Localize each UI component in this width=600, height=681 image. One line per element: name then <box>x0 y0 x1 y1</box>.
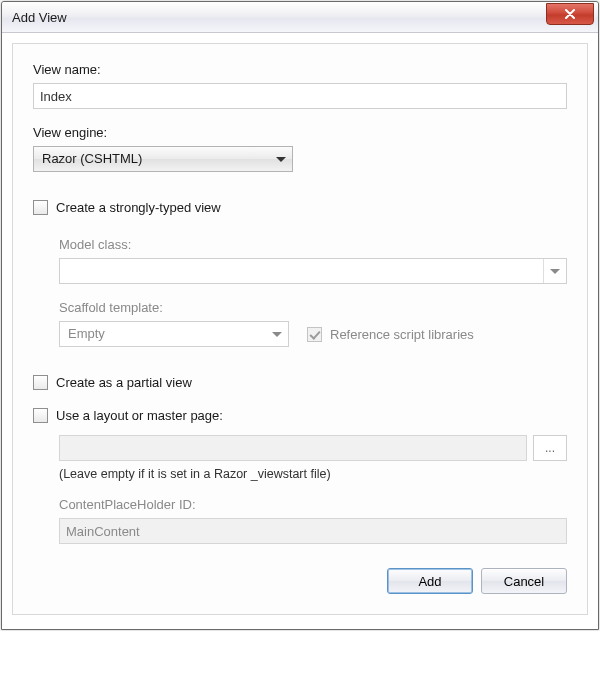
partial-view-row[interactable]: Create as a partial view <box>33 375 567 390</box>
model-class-label: Model class: <box>59 237 567 252</box>
reference-script-label: Reference script libraries <box>330 327 474 342</box>
chevron-down-icon <box>266 322 288 346</box>
dialog-body: View name: View engine: Razor (CSHTML) C… <box>2 33 598 629</box>
model-class-select <box>59 258 567 284</box>
strongly-typed-label: Create a strongly-typed view <box>56 200 221 215</box>
layout-path-input <box>59 435 527 461</box>
view-name-label: View name: <box>33 62 567 77</box>
view-name-input[interactable] <box>33 83 567 109</box>
strongly-typed-row[interactable]: Create a strongly-typed view <box>33 200 567 215</box>
content-panel: View name: View engine: Razor (CSHTML) C… <box>12 43 588 615</box>
use-layout-checkbox[interactable] <box>33 408 48 423</box>
add-button[interactable]: Add <box>387 568 473 594</box>
view-engine-select[interactable]: Razor (CSHTML) <box>33 146 293 172</box>
chevron-down-icon <box>270 147 292 171</box>
model-class-value <box>60 259 543 283</box>
view-engine-label: View engine: <box>33 125 567 140</box>
reference-script-checkbox <box>307 327 322 342</box>
use-layout-label: Use a layout or master page: <box>56 408 223 423</box>
scaffold-template-value: Empty <box>60 322 266 346</box>
scaffold-template-select: Empty <box>59 321 289 347</box>
window-title: Add View <box>12 10 546 25</box>
use-layout-row[interactable]: Use a layout or master page: <box>33 408 567 423</box>
dialog-footer: Add Cancel <box>33 568 567 594</box>
view-engine-value: Razor (CSHTML) <box>34 147 270 171</box>
titlebar: Add View <box>2 2 598 33</box>
cancel-button[interactable]: Cancel <box>481 568 567 594</box>
content-placeholder-input <box>59 518 567 544</box>
layout-note: (Leave empty if it is set in a Razor _vi… <box>59 467 567 481</box>
reference-script-row: Reference script libraries <box>307 327 474 342</box>
partial-view-label: Create as a partial view <box>56 375 192 390</box>
content-placeholder-label: ContentPlaceHolder ID: <box>59 497 567 512</box>
chevron-down-icon <box>543 259 566 283</box>
close-button[interactable] <box>546 3 594 25</box>
scaffold-template-label: Scaffold template: <box>59 300 567 315</box>
partial-view-checkbox[interactable] <box>33 375 48 390</box>
browse-layout-button[interactable]: ... <box>533 435 567 461</box>
close-icon <box>564 9 576 19</box>
add-view-dialog: Add View View name: View engine: Razor (… <box>1 1 599 630</box>
strongly-typed-checkbox[interactable] <box>33 200 48 215</box>
